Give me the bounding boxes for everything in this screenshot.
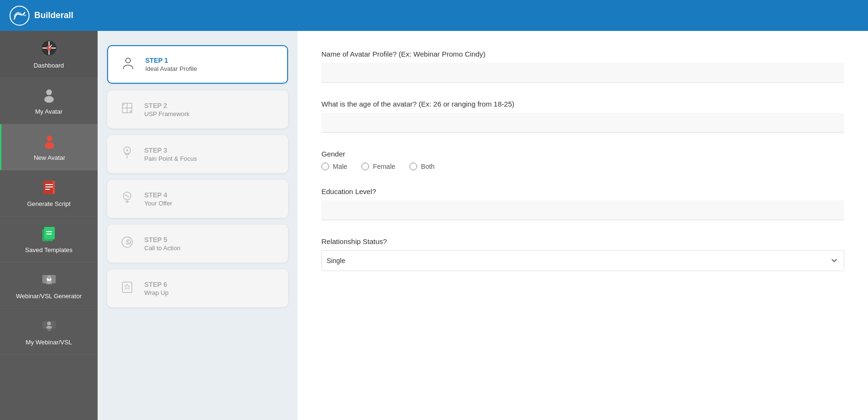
logo: Builderall: [10, 6, 73, 26]
step2-number: STEP 2: [144, 102, 190, 109]
main-layout: Dashboard My Avatar New Avatar: [0, 31, 868, 420]
step6-info: STEP 6 Wrap Up: [144, 281, 169, 296]
content-area: STEP 1 Ideal Avatar Profile STEP 2: [98, 31, 868, 420]
svg-rect-15: [45, 184, 53, 185]
steps-column: STEP 1 Ideal Avatar Profile STEP 2: [98, 31, 298, 420]
avatar-name-input[interactable]: [321, 63, 844, 83]
topbar: Builderall: [0, 0, 868, 31]
relationship-label: Relationship Status?: [321, 237, 844, 245]
logo-text: Builderall: [34, 10, 73, 20]
svg-rect-21: [46, 234, 52, 234]
svg-marker-48: [124, 284, 130, 289]
sidebar-label-generate-script: Generate Script: [27, 200, 70, 207]
gender-both-label: Both: [421, 163, 435, 170]
sidebar-label-my-webinar: My Webinar/VSL: [26, 339, 72, 346]
step-card-3[interactable]: STEP 3 Pain Point & Focus: [107, 135, 288, 173]
step4-info: STEP 4 Your Offer: [144, 191, 172, 207]
step2-title: USP Framework: [144, 110, 190, 117]
my-avatar-icon: [41, 87, 57, 105]
step5-number: STEP 5: [144, 236, 180, 244]
gender-male-label: Male: [333, 163, 347, 170]
logo-icon: [10, 6, 30, 26]
education-input[interactable]: [321, 200, 844, 220]
generate-script-icon: [41, 179, 57, 197]
sidebar-label-dashboard: Dashboard: [34, 62, 64, 69]
step3-number: STEP 3: [144, 147, 197, 154]
svg-point-33: [126, 58, 130, 63]
svg-point-30: [46, 326, 52, 329]
step2-icon: [119, 101, 136, 118]
sidebar-item-my-webinar[interactable]: My Webinar/VSL: [0, 309, 98, 355]
step-card-1[interactable]: STEP 1 Ideal Avatar Profile: [107, 45, 288, 84]
step3-icon: [119, 146, 136, 163]
sidebar-item-my-avatar[interactable]: My Avatar: [0, 78, 98, 124]
my-webinar-icon: [41, 317, 57, 336]
education-label: Education Level?: [321, 187, 844, 195]
step5-info: STEP 5 Call to Action: [144, 236, 180, 252]
avatar-age-group: What is the age of the avatar? (Ex: 26 o…: [321, 100, 844, 133]
dashboard-icon: [40, 39, 58, 59]
svg-rect-20: [46, 231, 52, 232]
gender-male-option[interactable]: Male: [321, 163, 347, 170]
svg-point-37: [123, 104, 125, 105]
sidebar-label-saved-templates: Saved Templates: [25, 246, 73, 254]
sidebar-label-my-avatar: My Avatar: [35, 108, 63, 115]
step1-number: STEP 1: [145, 57, 197, 64]
svg-point-11: [47, 136, 52, 141]
form-column: Name of Avatar Profile? (Ex: Webinar Pro…: [298, 31, 868, 420]
step3-title: Pain Point & Focus: [144, 155, 197, 162]
svg-point-25: [47, 275, 51, 279]
step-card-4[interactable]: STEP 4 Your Offer: [107, 180, 288, 218]
step6-icon: [119, 280, 136, 297]
gender-female-label: Female: [373, 163, 395, 170]
gender-male-radio[interactable]: [321, 163, 329, 170]
gender-female-option[interactable]: Female: [361, 163, 395, 170]
step5-title: Call to Action: [144, 244, 180, 252]
sidebar-item-saved-templates[interactable]: Saved Templates: [0, 216, 98, 263]
step2-info: STEP 2 USP Framework: [144, 102, 190, 117]
sidebar-item-new-avatar[interactable]: New Avatar: [0, 124, 98, 170]
gender-both-radio[interactable]: [409, 163, 417, 170]
svg-point-10: [44, 96, 54, 103]
step6-title: Wrap Up: [144, 289, 169, 296]
sidebar-label-new-avatar: New Avatar: [34, 154, 65, 161]
svg-point-0: [10, 6, 29, 25]
avatar-name-group: Name of Avatar Profile? (Ex: Webinar Pro…: [321, 50, 844, 83]
step-card-6[interactable]: STEP 6 Wrap Up: [107, 269, 288, 307]
relationship-select[interactable]: Single Married Divorced Widowed Other: [321, 250, 844, 271]
step3-info: STEP 3 Pain Point & Focus: [144, 147, 197, 162]
step4-icon: [119, 190, 136, 208]
gender-options: Male Female Both: [321, 163, 844, 170]
sidebar-label-webinar-vsl: Webinar/VSL Generator: [16, 293, 81, 300]
gender-both-option[interactable]: Both: [409, 163, 435, 170]
saved-templates-icon: [41, 225, 57, 244]
avatar-name-label: Name of Avatar Profile? (Ex: Webinar Pro…: [321, 50, 844, 58]
svg-point-41: [126, 149, 128, 151]
sidebar-item-dashboard[interactable]: Dashboard: [0, 31, 98, 78]
step5-icon: $: [119, 235, 136, 253]
sidebar-item-webinar-vsl[interactable]: Webinar/VSL Generator: [0, 263, 98, 309]
svg-rect-31: [46, 329, 52, 330]
sidebar-item-generate-script[interactable]: Generate Script: [0, 170, 98, 216]
svg-rect-17: [45, 189, 50, 190]
step6-number: STEP 6: [144, 281, 169, 288]
avatar-age-input[interactable]: [321, 113, 844, 133]
step1-info: STEP 1 Ideal Avatar Profile: [145, 57, 197, 72]
svg-text:$: $: [126, 238, 130, 246]
education-group: Education Level?: [321, 187, 844, 220]
relationship-group: Relationship Status? Single Married Divo…: [321, 237, 844, 271]
svg-point-26: [46, 281, 52, 283]
avatar-age-label: What is the age of the avatar? (Ex: 26 o…: [321, 100, 844, 108]
svg-rect-16: [45, 186, 53, 187]
step4-title: Your Offer: [144, 200, 172, 207]
step-card-2[interactable]: STEP 2 USP Framework: [107, 90, 288, 128]
svg-point-9: [46, 89, 52, 95]
new-avatar-icon: [41, 133, 58, 151]
svg-rect-32: [48, 330, 50, 331]
svg-point-12: [45, 142, 54, 149]
webinar-vsl-icon: [41, 271, 57, 290]
gender-female-radio[interactable]: [361, 163, 369, 170]
svg-rect-19: [44, 227, 55, 239]
step-card-5[interactable]: $ STEP 5 Call to Action: [107, 225, 288, 263]
svg-point-38: [130, 110, 131, 112]
